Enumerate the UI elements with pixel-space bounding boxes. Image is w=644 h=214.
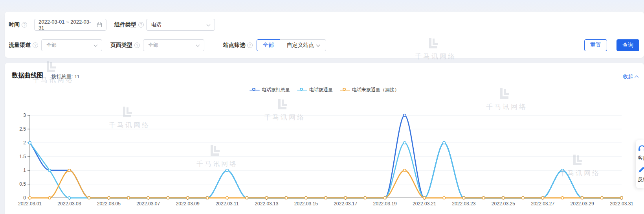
chevron-down-icon xyxy=(316,43,320,47)
svg-text:2022.03.17: 2022.03.17 xyxy=(334,201,357,207)
svg-text:2022.03.03: 2022.03.03 xyxy=(57,201,81,207)
svg-text:0.5: 0.5 xyxy=(19,181,26,187)
site-filter-help-icon[interactable] xyxy=(247,42,253,48)
time-filter-label: 时间 xyxy=(9,21,20,28)
feedback-button[interactable]: 反馈 xyxy=(638,166,644,183)
svg-text:2022.03.25: 2022.03.25 xyxy=(492,201,515,207)
svg-text:2022.03.01: 2022.03.01 xyxy=(18,201,42,207)
svg-text:2022.03.13: 2022.03.13 xyxy=(255,201,278,207)
svg-text:2022.03.15: 2022.03.15 xyxy=(294,201,318,207)
svg-text:2.5: 2.5 xyxy=(19,126,26,132)
time-help-icon[interactable] xyxy=(22,22,27,28)
site-filter-label: 站点筛选 xyxy=(223,42,245,49)
chevron-up-icon xyxy=(635,75,638,79)
traffic-channel-value: 全部 xyxy=(46,42,57,49)
svg-text:2022.03.23: 2022.03.23 xyxy=(452,201,475,207)
svg-text:2022.03.27: 2022.03.27 xyxy=(531,201,554,207)
page-type-select[interactable]: 全部 xyxy=(143,39,204,51)
query-button[interactable]: 查询 xyxy=(616,39,639,51)
component-type-select[interactable]: 电话 xyxy=(146,19,215,31)
traffic-channel-select[interactable]: 全部 xyxy=(41,39,102,51)
date-range-input[interactable]: 2022-03-01 ~ 2022-03-31 xyxy=(34,19,106,31)
traffic-channel-label: 流量渠道 xyxy=(9,42,31,49)
svg-text:3: 3 xyxy=(23,113,26,118)
collapse-toggle[interactable]: 收起 xyxy=(623,73,638,80)
calendar-icon xyxy=(97,22,102,28)
floating-side-panel: 客服 反馈 xyxy=(636,140,644,188)
analytics-page: 千马讯网络千马讯网络千马讯网络千马讯网络千马讯网络千马讯网络千马讯网络 时间 2… xyxy=(0,0,644,214)
site-filter-group: 全部 自定义站点 xyxy=(257,39,326,51)
traffic-channel-help-icon[interactable] xyxy=(33,42,38,48)
component-type-value: 电话 xyxy=(151,21,161,28)
reset-button[interactable]: 重置 xyxy=(584,39,607,51)
svg-text:2022.03.07: 2022.03.07 xyxy=(136,201,160,207)
svg-text:2022.03.09: 2022.03.09 xyxy=(176,201,200,207)
component-type-label: 组件类型 xyxy=(114,21,136,28)
data-curve-panel: 数据曲线图 拨打总量: 11 收起 电话拨打总量电话拨通量电话未拨通量（漏接） … xyxy=(5,63,644,214)
feedback-label: 反馈 xyxy=(638,176,644,183)
page-type-value: 全部 xyxy=(148,42,158,49)
svg-text:2022.03.05: 2022.03.05 xyxy=(97,201,121,207)
chevron-down-icon xyxy=(94,43,98,47)
page-type-help-icon[interactable] xyxy=(134,42,140,48)
chevron-down-icon xyxy=(196,43,200,47)
svg-text:2: 2 xyxy=(23,140,26,146)
svg-text:2022.03.11: 2022.03.11 xyxy=(215,201,239,207)
site-custom-label: 自定义站点 xyxy=(287,42,314,49)
customer-service-button[interactable]: 客服 xyxy=(638,144,644,162)
filter-row-2: 流量渠道 全部 页面类型 全部 站点筛选 全部 自定义站点 重置 xyxy=(5,39,644,51)
svg-text:1: 1 xyxy=(23,168,26,173)
pen-icon xyxy=(638,166,644,173)
date-range-value: 2022-03-01 ~ 2022-03-31 xyxy=(39,19,94,31)
headset-icon xyxy=(638,144,644,152)
svg-text:2022.03.29: 2022.03.29 xyxy=(571,201,594,207)
site-all-button[interactable]: 全部 xyxy=(257,39,280,51)
filter-panel: 时间 2022-03-01 ~ 2022-03-31 组件类型 电话 流量渠道 xyxy=(5,12,644,58)
customer-service-label: 客服 xyxy=(638,155,644,162)
collapse-label: 收起 xyxy=(623,73,633,80)
filter-row-1: 时间 2022-03-01 ~ 2022-03-31 组件类型 电话 xyxy=(5,19,644,31)
site-custom-button[interactable]: 自定义站点 xyxy=(280,39,326,51)
svg-text:1.5: 1.5 xyxy=(19,154,26,159)
svg-text:2022.03.31: 2022.03.31 xyxy=(610,201,633,207)
data-curve-chart: 00.511.522.532022.03.012022.03.032022.03… xyxy=(5,63,644,214)
page-type-label: 页面类型 xyxy=(110,42,132,49)
chevron-down-icon xyxy=(207,22,211,26)
svg-text:2022.03.21: 2022.03.21 xyxy=(413,201,436,207)
component-type-help-icon[interactable] xyxy=(138,22,144,28)
svg-text:2022.03.19: 2022.03.19 xyxy=(373,201,397,207)
svg-text:0: 0 xyxy=(23,195,26,201)
